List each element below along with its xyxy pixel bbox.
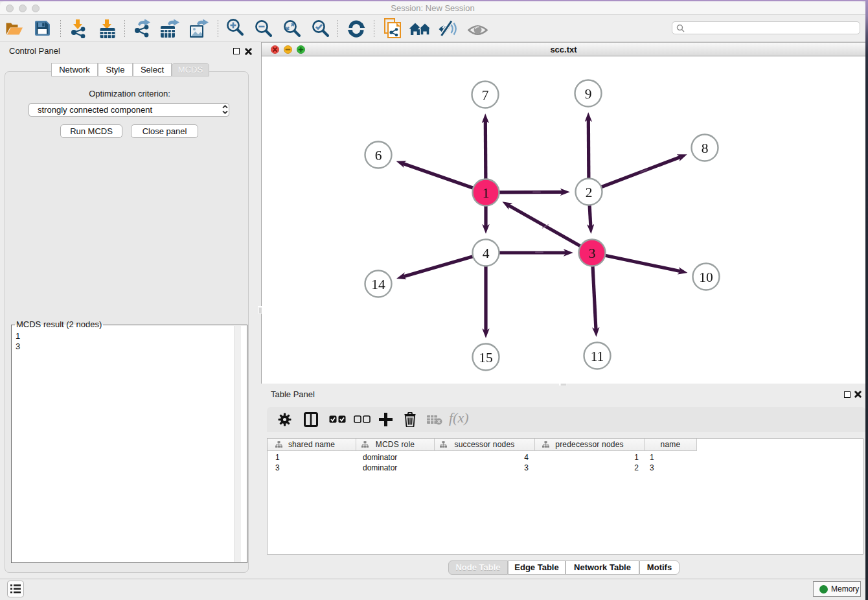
svg-text:8: 8 — [702, 141, 709, 156]
svg-text:6: 6 — [375, 148, 382, 163]
svg-text:10: 10 — [699, 270, 713, 285]
svg-text:2: 2 — [586, 185, 593, 200]
svg-text:14: 14 — [371, 277, 385, 292]
svg-text:4: 4 — [483, 246, 490, 261]
svg-text:3: 3 — [589, 246, 596, 261]
svg-text:7: 7 — [482, 87, 489, 103]
svg-text:1: 1 — [483, 185, 490, 201]
svg-text:11: 11 — [591, 349, 604, 364]
svg-text:15: 15 — [479, 350, 493, 365]
svg-text:9: 9 — [585, 86, 592, 102]
